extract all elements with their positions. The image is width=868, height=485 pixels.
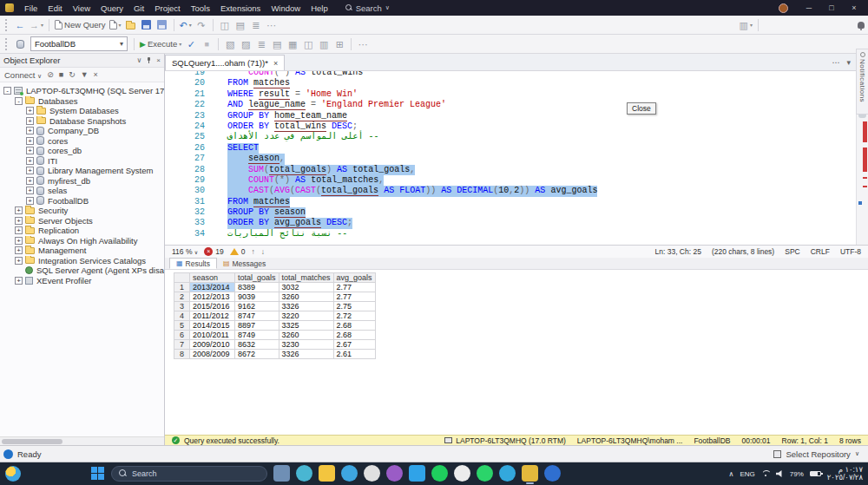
cancel-query-button[interactable]: ■: [199, 36, 214, 52]
tree-item-cores[interactable]: +cores: [0, 136, 164, 147]
cell[interactable]: 2.72: [333, 311, 375, 321]
copilot-icon[interactable]: [296, 465, 312, 482]
tab-sqlquery1[interactable]: SQLQuery1....oham (71))* ×: [165, 55, 285, 70]
tab-options-icon[interactable]: ⋯: [832, 58, 839, 67]
window-layout-button[interactable]: ▥▾: [738, 17, 754, 33]
indent-mode[interactable]: SPC: [785, 247, 799, 256]
menu-tools[interactable]: Tools: [186, 3, 215, 13]
tree-item-sql-server-agent-agent-xps-disabled[interactable]: SQL Server Agent (Agent XPs disabled): [0, 265, 164, 276]
results-to-file-icon[interactable]: ◫: [300, 36, 316, 52]
expander-icon[interactable]: +: [15, 226, 23, 234]
menu-view[interactable]: View: [68, 3, 95, 13]
tree-item-security[interactable]: +Security: [0, 206, 164, 216]
row-number[interactable]: 6: [174, 331, 190, 340]
cell[interactable]: 2008/2009: [190, 350, 235, 359]
tree-item-selas[interactable]: +selas: [0, 186, 164, 196]
prev-issue-icon[interactable]: ↑: [251, 247, 254, 256]
cell[interactable]: 8672: [235, 350, 279, 359]
row-number[interactable]: 7: [174, 340, 190, 350]
tab-list-icon[interactable]: ▾: [846, 58, 851, 67]
toolbar-overflow-button[interactable]: ⋯: [264, 17, 279, 33]
cell[interactable]: 8897: [235, 321, 279, 331]
expander-icon[interactable]: +: [26, 187, 34, 194]
menu-edit[interactable]: Edit: [43, 3, 67, 13]
cell[interactable]: 2.61: [333, 350, 375, 359]
chatgpt-icon[interactable]: [454, 465, 470, 482]
column-header-avg-goals[interactable]: avg_goals: [333, 273, 375, 283]
whatsapp-icon[interactable]: [477, 465, 493, 482]
expander-icon[interactable]: +: [26, 167, 34, 174]
edge-icon[interactable]: [341, 465, 358, 482]
encoding[interactable]: UTF-8: [840, 247, 861, 256]
sql-code-editor[interactable]: 19 COUNT(*) AS total_wins20FROM matches2…: [165, 71, 868, 245]
open-file-button[interactable]: [123, 17, 139, 33]
zoom-select[interactable]: 116 % ∨: [172, 247, 198, 256]
parse-button[interactable]: ✓: [183, 36, 199, 52]
error-indicator[interactable]: × 19: [204, 247, 223, 256]
expander-icon[interactable]: -: [3, 87, 11, 95]
cell[interactable]: 2013/2014: [190, 283, 235, 292]
navigate-forward-button[interactable]: →▾: [28, 17, 45, 33]
telegram-icon[interactable]: [499, 465, 516, 482]
column-header-total-matches[interactable]: total_matches: [279, 273, 333, 283]
cell[interactable]: 2015/2016: [190, 302, 235, 311]
menu-git[interactable]: Git: [128, 3, 149, 13]
stop-icon[interactable]: ■: [59, 70, 63, 79]
battery-icon[interactable]: [810, 471, 821, 476]
cell[interactable]: 2.75: [333, 302, 375, 311]
comment-icon[interactable]: ▥: [316, 36, 332, 52]
live-query-statistics-icon[interactable]: ▨: [238, 36, 253, 52]
cell[interactable]: 8747: [235, 311, 279, 321]
line-endings[interactable]: CRLF: [811, 247, 830, 256]
pin-icon[interactable]: [146, 57, 152, 63]
repository-selector[interactable]: Select Repository ∨: [773, 449, 859, 459]
minimize-button[interactable]: ─: [799, 3, 819, 12]
results-to-grid-icon[interactable]: ▦: [285, 36, 300, 52]
disconnect-icon[interactable]: ⊘: [47, 70, 54, 79]
execute-button[interactable]: ▶ Execute ▾: [138, 36, 183, 52]
cell[interactable]: 9039: [235, 292, 279, 302]
expander-icon[interactable]: +: [26, 117, 34, 125]
expander-icon[interactable]: +: [26, 197, 34, 205]
close-icon[interactable]: ×: [156, 56, 161, 64]
cell[interactable]: 2.68: [333, 321, 375, 331]
save-button[interactable]: [139, 17, 155, 33]
cell[interactable]: 2009/2010: [190, 340, 235, 350]
tree-item-library-management-system[interactable]: +Library Management System: [0, 166, 164, 176]
new-file-button[interactable]: ▾: [108, 17, 123, 33]
expander-icon[interactable]: +: [15, 246, 23, 254]
cell[interactable]: 2.77: [333, 283, 375, 292]
cell[interactable]: 3326: [279, 302, 333, 311]
connect-dropdown[interactable]: Connect ∨: [4, 70, 42, 80]
tray-chevron-up-icon[interactable]: ∧: [729, 470, 734, 478]
cell[interactable]: 3326: [279, 350, 333, 359]
change-connection-button[interactable]: [12, 36, 28, 52]
vscode-icon[interactable]: [409, 465, 425, 482]
menu-query[interactable]: Query: [95, 3, 128, 13]
ssms-icon[interactable]: [522, 465, 538, 482]
volume-icon[interactable]: [776, 470, 784, 477]
tree-item-xevent-profiler[interactable]: +XEvent Profiler: [0, 276, 164, 286]
row-number[interactable]: 2: [174, 292, 190, 302]
expander-icon[interactable]: -: [15, 97, 23, 105]
cell[interactable]: 3230: [279, 340, 333, 350]
cell[interactable]: 3325: [279, 321, 333, 331]
cell[interactable]: 2.67: [333, 340, 375, 350]
cell[interactable]: 8749: [235, 331, 279, 340]
cell[interactable]: 2.68: [333, 331, 375, 340]
expander-icon[interactable]: +: [15, 237, 23, 245]
feedback-icon[interactable]: [3, 449, 13, 459]
tree-item-always-on-high-availability[interactable]: +Always On High Availability: [0, 236, 164, 246]
cell[interactable]: 2014/2015: [190, 321, 235, 331]
expander-icon[interactable]: +: [26, 137, 34, 145]
chevron-down-icon[interactable]: ∨: [136, 56, 141, 64]
tab-close-icon[interactable]: ×: [273, 59, 278, 68]
row-number[interactable]: 3: [174, 302, 190, 311]
results-to-text-icon[interactable]: ▤: [269, 36, 285, 52]
cell[interactable]: 2.77: [333, 292, 375, 302]
tab-results[interactable]: ▦ Results: [169, 258, 217, 269]
tree-item-cores-db[interactable]: +cores_db: [0, 146, 164, 156]
cell[interactable]: 3260: [279, 331, 333, 340]
cell[interactable]: 2010/2011: [190, 331, 235, 340]
wifi-icon[interactable]: [761, 470, 770, 477]
